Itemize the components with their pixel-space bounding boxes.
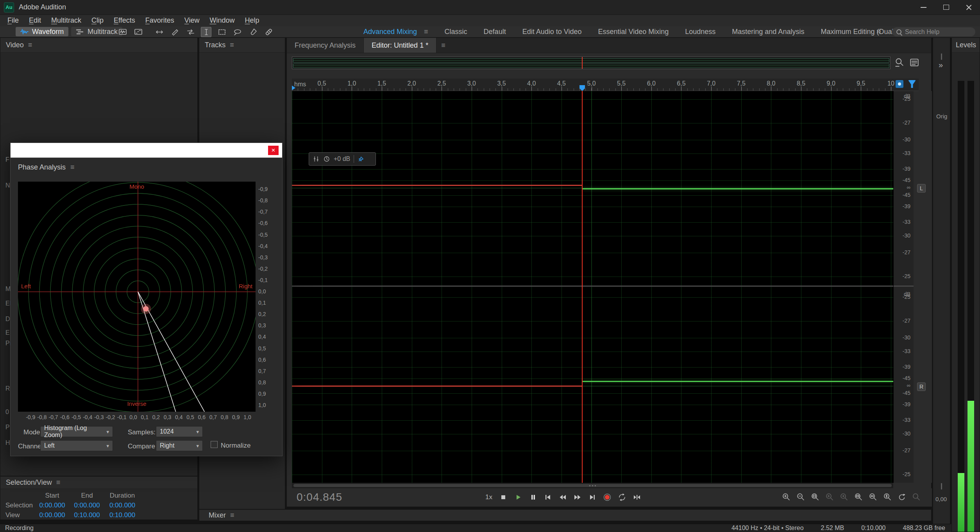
stop-button[interactable] xyxy=(497,491,509,503)
hud-gain-value[interactable]: +0 dB xyxy=(334,155,350,162)
reset-zoom-button[interactable] xyxy=(896,491,908,503)
minimize-button[interactable] xyxy=(912,0,935,14)
zoom-out-button[interactable] xyxy=(795,491,807,503)
marquee-selection-tool-button[interactable] xyxy=(216,27,227,37)
phase-scope[interactable]: Mono Left Right Inverse xyxy=(18,182,256,412)
samples-select[interactable]: 1024 ▾ xyxy=(156,426,203,437)
multitrack-view-button[interactable]: Multitrack xyxy=(71,27,122,36)
zoom-out-point-button[interactable] xyxy=(838,491,850,503)
dock-grip[interactable] xyxy=(941,483,942,489)
selection-view-header[interactable]: Selection/View ≡ xyxy=(0,477,197,489)
help-search-box[interactable]: Search Help xyxy=(892,27,975,36)
mode-select[interactable]: Histogram (Log Zoom) ▾ xyxy=(40,426,113,437)
workspace-edit-audio-to-video[interactable]: Edit Audio to Video xyxy=(522,28,582,36)
panel-menu-icon[interactable]: ≡ xyxy=(28,41,32,49)
loop-playback-button[interactable] xyxy=(616,491,628,503)
right-channel-badge[interactable]: R xyxy=(917,382,926,391)
skip-to-start-button[interactable] xyxy=(542,491,554,503)
channel-divider[interactable] xyxy=(292,286,893,287)
workspace-advanced-mixing[interactable]: Advanced Mixing xyxy=(363,28,417,36)
menu-favorites[interactable]: Favorites xyxy=(140,15,179,26)
snapping-toggle-icon[interactable] xyxy=(896,80,903,88)
time-value[interactable]: 0:00.000 xyxy=(104,502,140,509)
maximize-button[interactable] xyxy=(935,0,957,14)
menu-effects[interactable]: Effects xyxy=(109,15,140,26)
time-value[interactable]: 0:00.000 xyxy=(35,511,70,519)
overview-playhead[interactable] xyxy=(582,57,583,69)
expand-dock-chevron[interactable]: » xyxy=(939,61,943,70)
menu-file[interactable]: File xyxy=(2,15,24,26)
channel-select[interactable]: Left ▾ xyxy=(40,440,113,451)
record-button[interactable] xyxy=(601,491,613,503)
move-tool-button[interactable] xyxy=(154,27,165,37)
time-selection-tool-button[interactable] xyxy=(201,27,211,37)
workspace-essential-video-mixing[interactable]: Essential Video Mixing xyxy=(598,28,669,36)
paintbrush-tool-button[interactable] xyxy=(248,27,258,37)
panel-menu-icon[interactable]: ≡ xyxy=(70,163,75,171)
waveform-view-button[interactable]: Waveform xyxy=(16,27,68,36)
workspace-mastering-and-analysis[interactable]: Mastering and Analysis xyxy=(732,28,804,36)
timeline-ruler[interactable]: hms 0,51,01,52,02,53,03,54,04,55,05,56,0… xyxy=(292,79,919,91)
zoom-full-button[interactable] xyxy=(853,491,864,503)
tab-editor-untitled-1[interactable]: Editor: Untitled 1 * xyxy=(364,38,436,53)
zoom-in-point-button[interactable] xyxy=(824,491,835,503)
zoom-history-button[interactable] xyxy=(910,491,922,503)
tracks-panel-header[interactable]: Tracks ≡ xyxy=(199,38,285,53)
panel-menu-icon[interactable]: ≡ xyxy=(230,41,234,49)
lasso-selection-tool-button[interactable] xyxy=(232,27,243,37)
overview-zoom-icon[interactable] xyxy=(894,57,905,68)
workspace-overflow-chevron[interactable]: » xyxy=(876,27,881,36)
menu-clip[interactable]: Clip xyxy=(86,15,109,26)
zoom-vertical-button[interactable] xyxy=(882,491,893,503)
rewind-button[interactable] xyxy=(557,491,569,503)
menu-edit[interactable]: Edit xyxy=(24,15,46,26)
workspace-default[interactable]: Default xyxy=(484,28,506,36)
menu-help[interactable]: Help xyxy=(240,15,265,26)
phase-analysis-window[interactable]: × Phase Analysis ≡ Mono Left Right Inver… xyxy=(10,143,283,456)
razor-tool-button[interactable] xyxy=(170,27,180,37)
time-value[interactable]: 0:10.000 xyxy=(70,511,104,519)
compare-to-select[interactable]: Right ▾ xyxy=(156,440,203,451)
fast-forward-button[interactable] xyxy=(572,491,583,503)
workspace-menu-icon[interactable]: ≡ xyxy=(424,28,428,36)
tab-frequency-analysis[interactable]: Frequency Analysis xyxy=(287,38,364,53)
menu-window[interactable]: Window xyxy=(205,15,240,26)
waveform-hud[interactable]: +0 dB xyxy=(309,152,376,166)
phase-window-titlebar[interactable]: × xyxy=(11,143,282,158)
video-panel-header[interactable]: Video ≡ xyxy=(0,38,197,53)
pause-button[interactable] xyxy=(527,491,539,503)
time-value[interactable]: 0:00.000 xyxy=(35,502,70,509)
panel-menu-icon[interactable]: ≡ xyxy=(230,511,234,520)
playback-speed-label[interactable]: 1x xyxy=(485,493,492,501)
playhead-line[interactable] xyxy=(582,91,583,483)
zoom-in-button[interactable] xyxy=(780,491,792,503)
left-channel-badge[interactable]: L xyxy=(917,184,926,193)
time-value[interactable]: 0:10.000 xyxy=(104,511,140,519)
phase-window-close-button[interactable]: × xyxy=(268,146,279,155)
overview-options-icon[interactable] xyxy=(909,57,919,68)
overview-bar[interactable] xyxy=(292,57,891,69)
normalize-checkbox[interactable] xyxy=(211,441,218,448)
workspace-loudness[interactable]: Loudness xyxy=(685,28,715,36)
horizontal-scrollbar[interactable] xyxy=(292,483,893,488)
time-value[interactable]: 0:00.000 xyxy=(70,502,104,509)
levels-panel-header[interactable]: Levels xyxy=(952,38,980,53)
current-time-display[interactable]: 0:04.845 xyxy=(297,491,342,503)
timeline-start-marker[interactable] xyxy=(292,86,295,90)
close-button[interactable] xyxy=(957,0,980,14)
waveform-display[interactable]: +0 dB xyxy=(292,91,893,483)
menu-view[interactable]: View xyxy=(179,15,205,26)
zoom-horizontal-button[interactable] xyxy=(867,491,879,503)
spot-healing-brush-tool-button[interactable] xyxy=(263,27,274,37)
slip-tool-button[interactable] xyxy=(185,27,196,37)
dock-grip[interactable] xyxy=(941,54,942,60)
mixer-panel-tab[interactable]: Mixer ≡ xyxy=(199,509,932,521)
skip-to-end-button[interactable] xyxy=(587,491,598,503)
scrollbar-handle[interactable] xyxy=(293,484,892,487)
spectral-frequency-display-button[interactable] xyxy=(117,27,128,37)
hud-pin-icon[interactable] xyxy=(358,155,365,162)
panel-menu-icon[interactable]: ≡ xyxy=(436,38,450,53)
markers-filter-icon[interactable] xyxy=(908,80,916,88)
zoom-to-selection-button[interactable] xyxy=(809,491,821,503)
spectral-pitch-display-button[interactable] xyxy=(133,27,143,37)
